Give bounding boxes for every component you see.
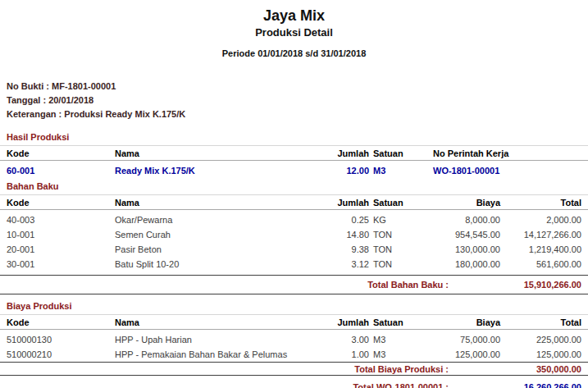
info-no-bukti: No Bukti : MF-1801-00001	[7, 80, 581, 94]
report-title: Jaya Mix	[0, 0, 588, 24]
table-row: 510000130 HPP - Upah Harian 3.00 M3 75,0…	[0, 332, 588, 347]
cell-total: 561,600.00	[500, 259, 581, 269]
cell-no-perintah-kerja: WO-1801-00001	[418, 166, 581, 176]
report-period: Periode 01/01/2018 s/d 31/01/2018	[0, 48, 588, 59]
cell-biaya: 130,000.00	[418, 244, 500, 254]
cell-kode: 10-001	[7, 230, 115, 240]
cell-satuan: M3	[369, 166, 418, 176]
table-row: 20-001 Pasir Beton 9.38 TON 130,000.00 1…	[0, 242, 588, 257]
cell-jumlah: 3.00	[330, 335, 369, 345]
cell-biaya: 125,000.00	[418, 349, 500, 359]
bahan-baku-total-row: Total Bahan Baku : 15,910,266.00	[0, 275, 588, 294]
cell-kode: 510000130	[7, 335, 115, 345]
col-header-kode: Kode	[7, 198, 115, 208]
info-tanggal: Tanggal : 20/01/2018	[7, 94, 581, 107]
col-header-nama: Nama	[115, 148, 330, 158]
cell-biaya: 954,545.00	[418, 230, 500, 240]
cell-biaya: 75,000.00	[418, 335, 500, 345]
cell-biaya: 180,000.00	[418, 259, 500, 269]
biaya-produksi-total-value: 350,000.00	[449, 364, 581, 374]
col-header-jumlah: Jumlah	[330, 317, 369, 327]
cell-biaya: 8,000.00	[418, 215, 500, 225]
cell-jumlah: 0.25	[330, 215, 369, 225]
col-header-biaya: Biaya	[418, 198, 500, 208]
document-info: No Bukti : MF-1801-00001 Tanggal : 20/01…	[0, 80, 588, 121]
table-row: 30-001 Batu Split 10-20 3.12 TON 180,000…	[0, 257, 588, 272]
col-header-biaya: Biaya	[418, 317, 500, 327]
biaya-produksi-header-row: Kode Nama Jumlah Satuan Biaya Total	[0, 314, 588, 330]
cell-satuan: M3	[369, 335, 418, 345]
cell-jumlah: 9.38	[330, 244, 369, 254]
grand-total-value: 16,260,266.00	[449, 382, 581, 388]
col-header-no-perintah-kerja: No Perintah Kerja	[418, 148, 581, 158]
col-header-kode: Kode	[7, 148, 115, 158]
col-header-satuan: Satuan	[369, 198, 418, 208]
cell-kode: 60-001	[7, 166, 115, 176]
section-title-hasil-produksi: Hasil Produksi	[0, 132, 588, 143]
col-header-jumlah: Jumlah	[330, 148, 369, 158]
cell-jumlah: 14.80	[330, 230, 369, 240]
cell-nama: Semen Curah	[115, 230, 330, 240]
cell-jumlah: 3.12	[330, 259, 369, 269]
cell-satuan: TON	[369, 244, 418, 254]
info-keterangan: Keterangan : Produksi Ready Mix K.175/K	[7, 107, 581, 121]
cell-total: 14,127,266.00	[500, 230, 581, 240]
table-row: 10-001 Semen Curah 14.80 TON 954,545.00 …	[0, 227, 588, 242]
col-header-jumlah: Jumlah	[330, 198, 369, 208]
table-row: 60-001 Ready Mix K.175/K 12.00 M3 WO-180…	[0, 163, 588, 178]
cell-total: 1,219,400.00	[500, 244, 581, 254]
cell-nama: Ready Mix K.175/K	[115, 166, 330, 176]
cell-nama: HPP - Upah Harian	[115, 335, 330, 345]
grand-total-row: Total WO-1801-00001 : 16,260,266.00	[0, 381, 588, 388]
grand-total-label: Total WO-1801-00001 :	[7, 382, 449, 388]
cell-total: 125,000.00	[500, 349, 581, 359]
col-header-nama: Nama	[115, 198, 330, 208]
report-subtitle: Produksi Detail	[0, 26, 588, 39]
production-detail-report: Jaya Mix Produksi Detail Periode 01/01/2…	[0, 0, 588, 388]
table-row: 40-003 Okar/Pewarna 0.25 KG 8,000.00 2,0…	[0, 212, 588, 227]
cell-total: 225,000.00	[500, 335, 581, 345]
col-header-kode: Kode	[7, 317, 115, 327]
cell-jumlah: 12.00	[330, 166, 369, 176]
col-header-satuan: Satuan	[369, 148, 418, 158]
cell-kode: 20-001	[7, 244, 115, 254]
cell-jumlah: 1.00	[330, 349, 369, 359]
table-row: 510000210 HPP - Pemakaian Bahan Bakar & …	[0, 347, 588, 362]
cell-kode: 30-001	[7, 259, 115, 269]
cell-kode: 510000210	[7, 349, 115, 359]
section-title-biaya-produksi: Biaya Produksi	[0, 301, 588, 312]
cell-satuan: TON	[369, 259, 418, 269]
cell-kode: 40-003	[7, 215, 115, 225]
cell-nama: Pasir Beton	[115, 244, 330, 254]
hasil-produksi-header-row: Kode Nama Jumlah Satuan No Perintah Kerj…	[0, 145, 588, 161]
col-header-satuan: Satuan	[369, 317, 418, 327]
col-header-total: Total	[500, 317, 581, 327]
cell-total: 2,000.00	[500, 215, 581, 225]
bahan-baku-header-row: Kode Nama Jumlah Satuan Biaya Total	[0, 194, 588, 210]
col-header-total: Total	[500, 198, 581, 208]
cell-satuan: TON	[369, 230, 418, 240]
bahan-baku-total-label: Total Bahan Baku :	[7, 280, 449, 290]
cell-satuan: M3	[369, 349, 418, 359]
cell-nama: Batu Split 10-20	[115, 259, 330, 269]
cell-nama: HPP - Pemakaian Bahan Bakar & Pelumas	[115, 349, 330, 359]
cell-satuan: KG	[369, 215, 418, 225]
cell-nama: Okar/Pewarna	[115, 215, 330, 225]
col-header-nama: Nama	[115, 317, 330, 327]
biaya-produksi-total-row: Total Biaya Produksi : 350,000.00	[0, 362, 588, 376]
biaya-produksi-total-label: Total Biaya Produksi :	[7, 364, 449, 374]
section-title-bahan-baku: Bahan Baku	[0, 181, 588, 192]
bahan-baku-total-value: 15,910,266.00	[449, 280, 581, 290]
